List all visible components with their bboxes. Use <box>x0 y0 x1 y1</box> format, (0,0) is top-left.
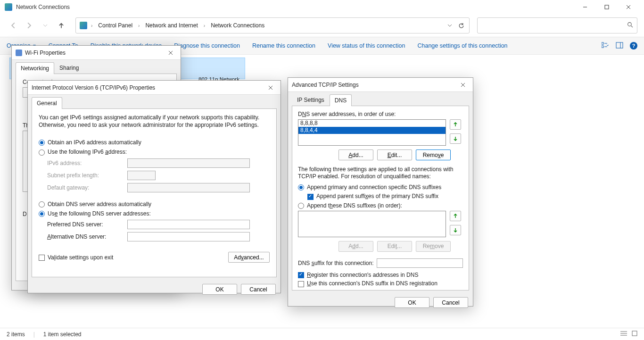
ipv6-radio-manual-ip[interactable]: Use the following IPv6 address: <box>39 149 127 155</box>
ipv6-dialog-titlebar[interactable]: Internet Protocol Version 6 (TCP/IPv6) P… <box>28 81 281 95</box>
dns-move-up-button[interactable] <box>450 119 461 130</box>
dns-suffix-input[interactable] <box>377 258 463 268</box>
advanced-tcpip-dialog: Advanced TCP/IP Settings IP Settings DNS… <box>288 77 473 307</box>
adv-ok-button[interactable]: OK <box>395 297 429 308</box>
status-selected: 1 item selected <box>43 331 82 338</box>
ipv6-dialog-title: Internet Protocol Version 6 (TCP/IPv6) P… <box>32 84 155 91</box>
dns-suffixes-list <box>298 211 446 237</box>
search-bar[interactable] <box>477 17 637 33</box>
address-bar[interactable]: › Control Panel › Network and Internet ›… <box>75 17 470 33</box>
lbl-pref-dns: Preferred DNS server: <box>47 221 127 228</box>
wifi-dialog-close-icon[interactable] <box>165 48 177 58</box>
dns-server-row-0[interactable]: 8,8,8,8 <box>298 120 446 127</box>
svg-rect-6 <box>602 42 603 44</box>
wifi-tab-networking[interactable]: Networking <box>16 62 54 74</box>
lbl-alt-dns: Alternative DNS server: <box>47 233 127 240</box>
search-input[interactable] <box>481 22 627 29</box>
up-button[interactable] <box>55 19 68 32</box>
breadcrumb-0[interactable]: Control Panel <box>96 21 134 30</box>
breadcrumb-1[interactable]: Network and Internet <box>143 21 199 30</box>
nav-row: › Control Panel › Network and Internet ›… <box>0 14 644 37</box>
ipv6-radio-auto-dns[interactable]: Obtain DNS server address automatically <box>39 201 151 207</box>
status-items: 2 items <box>7 331 25 338</box>
suffix-add-button: Add... <box>339 241 373 252</box>
cmd-view-status[interactable]: View status of this connection <box>328 42 405 49</box>
close-button[interactable] <box>618 0 639 14</box>
radio-append-primary[interactable]: Append primary and connection specific D… <box>298 184 441 191</box>
adv-tab-dns[interactable]: DNS <box>330 94 352 106</box>
prefix-input <box>127 171 156 180</box>
lbl-prefix: Subnet prefix length: <box>47 172 127 179</box>
lbl-gw: Default gateway: <box>47 184 127 191</box>
dns-add-button[interactable]: Add... <box>339 149 373 160</box>
adv-dialog-titlebar[interactable]: Advanced TCP/IP Settings <box>288 78 473 92</box>
chk-use-suffix-dns[interactable]: Use this connection's DNS suffix in DNS … <box>298 280 438 287</box>
lbl-ip: IPv6 address: <box>47 160 127 166</box>
status-bar: 2 items | 1 item selected <box>0 328 644 340</box>
suffix-move-down-button[interactable] <box>450 225 461 235</box>
wifi-tab-sharing[interactable]: Sharing <box>54 62 84 74</box>
radio-append-these[interactable]: Append these DNS suffixes (in order): <box>298 202 402 209</box>
preferred-dns-input[interactable] <box>127 220 250 229</box>
adv-cancel-button[interactable]: Cancel <box>433 297 468 308</box>
main-titlebar: Network Connections <box>0 0 644 14</box>
search-icon[interactable] <box>627 22 633 29</box>
cmd-change-settings[interactable]: Change settings of this connection <box>417 42 507 49</box>
alternative-dns-input[interactable] <box>127 232 250 241</box>
svg-point-4 <box>628 23 632 26</box>
view-options-icon[interactable] <box>602 42 609 50</box>
wifi-dialog-titlebar[interactable]: Wi-Fi Properties <box>12 46 181 60</box>
dns-servers-label: DNS server addresses, in order of use: <box>298 111 463 117</box>
dns-remove-button[interactable]: Remove <box>416 149 451 160</box>
recent-dropdown[interactable] <box>39 19 52 32</box>
cmd-diagnose[interactable]: Diagnose this connection <box>174 42 240 49</box>
suffix-move-up-button[interactable] <box>450 211 461 221</box>
svg-rect-1 <box>605 5 609 9</box>
wifi-dialog-title: Wi-Fi Properties <box>25 50 66 56</box>
ipv6-properties-dialog: Internet Protocol Version 6 (TCP/IPv6) P… <box>27 80 281 293</box>
suffix-remove-button: Remove <box>416 241 451 252</box>
ipv6-cancel-button[interactable]: Cancel <box>241 284 276 295</box>
suffix-edit-button: Edit... <box>377 241 412 252</box>
dns-servers-list[interactable]: 8,8,8,8 8,8,4,4 <box>298 119 446 146</box>
window-title: Network Connections <box>16 4 574 10</box>
ipv6-tab-general[interactable]: General <box>32 97 62 109</box>
help-icon[interactable]: ? <box>630 42 637 50</box>
ipv6-dialog-close-icon[interactable] <box>264 83 277 93</box>
forward-button[interactable] <box>23 19 36 32</box>
dns-edit-button[interactable]: Edit... <box>377 149 412 160</box>
adv-tab-ip[interactable]: IP Settings <box>292 94 330 106</box>
advanced-button[interactable]: Advanced... <box>228 252 270 263</box>
ipv6-radio-auto-ip[interactable]: Obtain an IPv6 address automatically <box>39 139 141 146</box>
refresh-icon[interactable] <box>457 21 465 30</box>
cmd-rename[interactable]: Rename this connection <box>252 42 315 49</box>
ipv6-ok-button[interactable]: OK <box>202 284 237 295</box>
ipv6-address-input <box>127 158 250 168</box>
preview-pane-icon[interactable] <box>616 42 623 50</box>
minimize-button[interactable] <box>574 0 596 14</box>
dns-move-down-button[interactable] <box>450 133 461 144</box>
dns-suffix-label: DNS suffix for this connection: <box>298 260 374 266</box>
svg-rect-15 <box>632 331 637 336</box>
ipv6-intro-text: You can get IPv6 settings assigned autom… <box>39 114 270 129</box>
location-icon <box>80 22 87 29</box>
svg-line-5 <box>631 26 633 27</box>
chk-append-parent[interactable]: Append parent suffixes of the primary DN… <box>307 193 438 199</box>
wifi-dialog-icon <box>16 50 22 56</box>
maximize-button[interactable] <box>596 0 618 14</box>
dns-server-row-1[interactable]: 8,8,4,4 <box>298 127 446 134</box>
details-view-icon[interactable] <box>620 331 627 338</box>
adv-dialog-title: Advanced TCP/IP Settings <box>292 82 359 88</box>
large-icons-view-icon[interactable] <box>632 331 637 338</box>
back-button[interactable] <box>7 19 20 32</box>
ipv6-radio-manual-dns[interactable]: Use the following DNS server addresses: <box>39 210 151 217</box>
app-icon <box>5 3 12 11</box>
svg-rect-10 <box>616 42 623 48</box>
gateway-input <box>127 183 250 192</box>
address-dropdown-icon[interactable] <box>446 21 454 30</box>
adv-dialog-close-icon[interactable] <box>457 80 469 90</box>
breadcrumb-2[interactable]: Network Connections <box>209 21 266 30</box>
validate-checkbox[interactable]: Validate settings upon exit <box>39 254 113 261</box>
svg-rect-7 <box>602 46 603 48</box>
chk-register-dns[interactable]: Register this connection's addresses in … <box>298 272 418 278</box>
